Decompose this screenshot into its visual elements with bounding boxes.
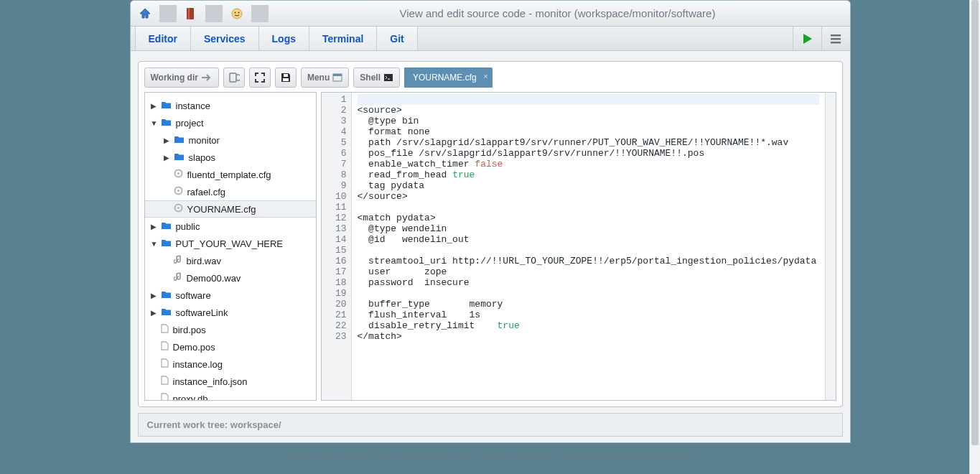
nav-tab-git[interactable]: Git — [376, 27, 417, 50]
tree-item[interactable]: ▶instance — [145, 97, 316, 114]
tree-item[interactable]: ▶softwareLink — [145, 304, 316, 321]
open-file-tab[interactable]: YOURNAME.cfg × — [404, 68, 493, 88]
menu-button[interactable]: Menu — [301, 68, 349, 88]
run-button[interactable] — [793, 27, 821, 50]
tree-toggle-icon[interactable]: ▶ — [151, 223, 159, 231]
tree-item-label: bird.wav — [187, 256, 221, 266]
code-editor[interactable]: 1234567891011121314151617181920212223 <s… — [321, 92, 836, 401]
app-window: View and edit source code - monitor (wor… — [130, 0, 851, 443]
tree-toggle-icon[interactable]: ▼ — [151, 119, 159, 127]
page-scrollbar[interactable] — [969, 0, 980, 474]
tree-item-label: instance_info.json — [173, 376, 248, 387]
folder-icon — [174, 134, 185, 146]
menu-icon — [332, 73, 342, 82]
code-content[interactable]: <source> @type bin format none path /srv… — [352, 93, 825, 400]
folder-icon — [174, 152, 185, 163]
audio-icon — [174, 272, 182, 284]
tree-toggle-icon[interactable]: ▼ — [151, 240, 159, 248]
tree-item[interactable]: proxy.db — [145, 390, 316, 401]
status-bar: Current work tree: workspace/ — [138, 413, 843, 437]
tree-item-label: PUT_YOUR_WAV_HERE — [176, 238, 284, 249]
tree-item[interactable]: ▶software — [145, 287, 316, 304]
file-tree[interactable]: ▶instance▼project▶monitor▶slaposfluentd_… — [144, 92, 317, 401]
nav-tab-editor[interactable]: Editor — [135, 27, 191, 50]
nav-tab-terminal[interactable]: Terminal — [309, 27, 377, 50]
tree-item[interactable]: instance_info.json — [145, 373, 316, 390]
editor-area: Working dir Menu Shell — [131, 51, 850, 442]
working-dir-button[interactable]: Working dir — [144, 68, 219, 88]
home-icon[interactable] — [136, 5, 154, 22]
arrow-right-icon — [201, 73, 213, 82]
tree-item-label: bird.pos — [173, 325, 206, 335]
editor-scrollbar[interactable] — [825, 93, 836, 400]
save-icon — [280, 72, 291, 83]
nav-bar: Editor Services Logs Terminal Git — [131, 27, 850, 51]
tree-item[interactable]: ▼PUT_YOUR_WAV_HERE — [145, 235, 316, 252]
svg-point-3 — [234, 11, 235, 13]
tree-item[interactable]: ▼project — [145, 114, 316, 131]
svg-rect-5 — [831, 34, 841, 37]
tree-item-label: Demo00.wav — [187, 273, 241, 284]
tree-item-label: proxy.db — [173, 394, 208, 401]
svg-rect-10 — [284, 74, 288, 77]
tree-item-label: project — [176, 118, 204, 129]
tree-item[interactable]: fluentd_template.cfg — [145, 166, 316, 183]
tree-item[interactable]: instance.log — [145, 356, 316, 373]
gear-icon — [174, 203, 183, 215]
tree-item[interactable]: Demo.pos — [145, 338, 316, 356]
tree-item-label: fluentd_template.cfg — [187, 169, 271, 180]
book-icon[interactable] — [182, 5, 200, 22]
shell-button[interactable]: Shell — [353, 68, 400, 88]
tree-item-label: Demo.pos — [173, 342, 215, 353]
svg-rect-9 — [283, 78, 289, 81]
tree-item[interactable]: rafael.cfg — [145, 183, 316, 200]
tree-item[interactable]: ▶public — [145, 218, 316, 235]
tree-toggle-icon[interactable]: ▶ — [164, 154, 172, 162]
tree-item[interactable]: bird.pos — [145, 321, 316, 338]
tree-item[interactable]: YOURNAME.cfg — [145, 200, 316, 218]
refresh-button[interactable] — [223, 68, 245, 88]
file-icon — [161, 341, 169, 353]
tree-item-label: instance — [176, 101, 210, 111]
menu-label: Menu — [307, 73, 330, 83]
tree-toggle-icon[interactable]: ▶ — [151, 292, 159, 299]
folder-icon — [161, 117, 172, 129]
tree-toggle-icon[interactable]: ▶ — [164, 136, 172, 144]
tree-item-label: public — [176, 221, 200, 232]
save-button[interactable] — [275, 68, 297, 88]
file-icon — [161, 376, 169, 387]
svg-rect-1 — [188, 8, 190, 19]
folder-icon — [161, 100, 172, 111]
shell-icon — [383, 73, 393, 82]
divider — [159, 5, 177, 22]
tree-item[interactable]: bird.wav — [145, 252, 316, 269]
title-icons — [136, 5, 271, 22]
svg-rect-0 — [187, 8, 194, 19]
face-icon[interactable] — [228, 5, 246, 22]
gear-icon — [174, 186, 183, 198]
tree-item[interactable]: Demo00.wav — [145, 269, 316, 287]
fullscreen-button[interactable] — [249, 68, 271, 88]
file-icon — [161, 393, 169, 401]
tree-item-label: instance.log — [173, 359, 223, 370]
folder-icon — [161, 238, 172, 249]
audio-icon — [174, 255, 182, 266]
tree-item[interactable]: ▶monitor — [145, 131, 316, 149]
tree-toggle-icon[interactable]: ▶ — [151, 102, 159, 110]
file-icon — [161, 358, 169, 370]
nav-tab-services[interactable]: Services — [190, 27, 259, 50]
tree-item-label: slapos — [189, 152, 216, 163]
divider — [205, 5, 223, 22]
editor-toolbar: Working dir Menu Shell — [144, 68, 836, 88]
page-title: View and edit source code - monitor (wor… — [271, 7, 844, 19]
tree-item[interactable]: ▶slapos — [145, 149, 316, 166]
tree-item-label: monitor — [189, 135, 220, 146]
close-tab-icon[interactable]: × — [483, 72, 487, 80]
folder-icon — [161, 289, 172, 301]
nav-tab-logs[interactable]: Logs — [258, 27, 309, 50]
tree-toggle-icon[interactable]: ▶ — [151, 309, 159, 317]
menu-hamburger-button[interactable] — [821, 27, 850, 50]
svg-rect-8 — [230, 73, 236, 82]
svg-point-2 — [232, 9, 242, 19]
svg-point-4 — [238, 11, 239, 13]
